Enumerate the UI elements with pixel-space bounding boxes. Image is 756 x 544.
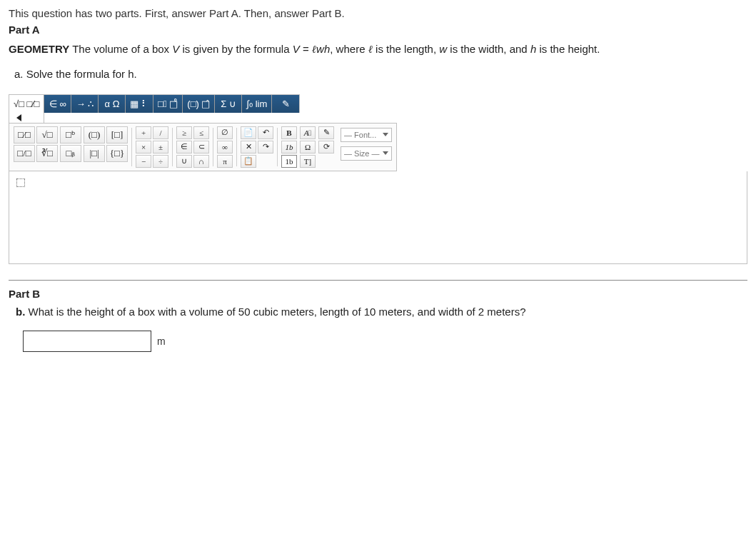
tab-scroll-left[interactable] xyxy=(9,113,44,123)
btn-bracket[interactable]: [□] xyxy=(106,126,128,143)
part-a-question: GEOMETRY The volume of a box V is given … xyxy=(9,41,747,58)
font-controls: — Font... — Size — xyxy=(341,128,392,161)
tab-logic[interactable]: → ∴ xyxy=(71,95,99,113)
btn-blank xyxy=(318,155,334,168)
q-text: The volume of a box xyxy=(69,43,172,55)
btn-superscript[interactable]: □ᵇ xyxy=(60,126,81,143)
btn-plus[interactable]: + xyxy=(136,126,151,139)
size-label: — Size — xyxy=(344,149,380,158)
btn-cut[interactable]: ✕ xyxy=(241,141,256,153)
tab-accent[interactable]: □ͫ □̊ xyxy=(153,95,183,113)
toolbar-separator xyxy=(213,128,213,166)
btn-undo[interactable]: ↶ xyxy=(258,126,273,139)
section-divider xyxy=(9,280,747,281)
editor-tabbar: √□ □⁄□ ∈ ∞ → ∴ α Ω ▦ ⠇ □ͫ □̊ (□) □̂ Σ ∪ … xyxy=(9,94,300,113)
eq-wh: wh xyxy=(316,43,330,55)
btn-brace[interactable]: {□} xyxy=(106,145,128,162)
btn-slash-frac[interactable]: □/□ xyxy=(14,145,35,162)
btn-intersect[interactable]: ∩ xyxy=(193,155,209,168)
btn-union[interactable]: ∪ xyxy=(176,155,192,168)
sub-text: . xyxy=(134,68,137,80)
btn-lte[interactable]: ≤ xyxy=(193,126,209,139)
var-h: h xyxy=(530,43,536,55)
btn-blank xyxy=(258,155,273,168)
question-intro: This question has two parts. First, answ… xyxy=(9,7,747,19)
var-w: w xyxy=(439,43,447,55)
btn-fraction[interactable]: □⁄□ xyxy=(14,126,35,143)
btn-elementof[interactable]: ∈ xyxy=(176,141,192,153)
tab-calculus[interactable]: ∫₀ lim xyxy=(242,95,272,113)
equation-placeholder xyxy=(16,178,25,187)
btn-gte[interactable]: ≥ xyxy=(176,126,192,139)
part-b-label: Part B xyxy=(9,288,747,300)
sub-var-h: h xyxy=(128,68,133,80)
btn-pen[interactable]: ✎ xyxy=(318,126,334,139)
q-text: is the width, and xyxy=(447,43,530,55)
tab-greek[interactable]: α Ω xyxy=(99,95,126,113)
tab-draw[interactable]: ✎ xyxy=(272,95,299,113)
equation-input-area[interactable] xyxy=(9,171,747,264)
sub-text: Solve the formula for xyxy=(24,68,128,80)
part-b-question: b. What is the height of a box with a vo… xyxy=(16,306,747,318)
caret-down-icon xyxy=(383,133,388,136)
size-dropdown[interactable]: — Size — xyxy=(341,146,392,161)
tab-sigma[interactable]: Σ ∪ xyxy=(215,95,242,113)
btn-box-1b[interactable]: 1b xyxy=(281,155,297,168)
tab-matrix[interactable]: ▦ ⠇ xyxy=(126,95,153,113)
tab-set[interactable]: ∈ ∞ xyxy=(44,95,71,113)
eq-v: V xyxy=(293,43,300,55)
sub-label: a. xyxy=(14,68,24,80)
btn-emptyset[interactable]: ∅ xyxy=(217,126,233,139)
toolbar-separator xyxy=(131,128,132,166)
equation-editor: √□ □⁄□ ∈ ∞ → ∴ α Ω ▦ ⠇ □ͫ □̊ (□) □̂ Σ ∪ … xyxy=(9,94,747,264)
part-b-text: What is the height of a box with a volum… xyxy=(25,306,525,318)
btn-divide[interactable]: ÷ xyxy=(153,155,168,168)
unit-label: m xyxy=(157,336,166,347)
btn-redo[interactable]: ↷ xyxy=(258,141,273,153)
var-v: V xyxy=(172,43,179,55)
height-input[interactable] xyxy=(23,331,151,352)
toolbar-separator xyxy=(172,128,173,166)
part-a-subquestion: a. Solve the formula for h. xyxy=(14,68,747,80)
btn-copy[interactable]: 📄 xyxy=(241,126,256,139)
btn-minus[interactable]: − xyxy=(136,155,151,168)
btn-infinity[interactable]: ∞ xyxy=(217,141,233,153)
btn-plusminus[interactable]: ± xyxy=(153,141,168,153)
q-text: is the height. xyxy=(536,43,600,55)
btn-subscript[interactable]: □ᵦ xyxy=(60,145,81,162)
tab-basic[interactable]: √□ □⁄□ xyxy=(9,95,44,113)
part-b-answer-row: m xyxy=(23,331,747,352)
caret-down-icon xyxy=(383,151,388,155)
part-a-label: Part A xyxy=(9,24,747,36)
toolbar-separator xyxy=(236,128,237,166)
topic-label: GEOMETRY xyxy=(9,43,69,55)
btn-times[interactable]: × xyxy=(136,141,151,153)
btn-refresh[interactable]: ⟳ xyxy=(318,141,334,153)
editor-toolbar: □⁄□ √□ □/□ ∛□ □ᵇ □ᵦ (□) [□] |□| {□} + / … xyxy=(9,123,397,171)
sub-label-b: b. xyxy=(16,306,25,318)
btn-omega-box[interactable]: Ω xyxy=(300,141,316,153)
btn-slash[interactable]: / xyxy=(153,126,168,139)
btn-bold[interactable]: B xyxy=(281,126,297,139)
q-text: , where xyxy=(330,43,368,55)
tab-bracket[interactable]: (□) □̂ xyxy=(183,95,215,113)
q-text: is the length, xyxy=(373,43,439,55)
btn-abs[interactable]: |□| xyxy=(84,145,105,162)
btn-paren[interactable]: (□) xyxy=(84,126,105,143)
font-dropdown[interactable]: — Font... xyxy=(341,128,392,142)
btn-text[interactable]: T] xyxy=(300,155,316,168)
btn-nroot[interactable]: ∛□ xyxy=(36,145,58,162)
btn-italic-color[interactable]: A͟ xyxy=(300,126,316,139)
btn-paste[interactable]: 📋 xyxy=(241,155,256,168)
btn-pi[interactable]: π xyxy=(217,155,233,168)
triangle-left-icon xyxy=(16,114,21,121)
btn-italic[interactable]: 1b xyxy=(281,141,297,153)
toolbar-separator xyxy=(277,128,278,166)
btn-subset[interactable]: ⊂ xyxy=(193,141,209,153)
font-label: — Font... xyxy=(344,131,376,139)
eq-equals: = xyxy=(300,43,312,55)
btn-sqrt[interactable]: √□ xyxy=(36,126,58,143)
q-text: is given by the formula xyxy=(179,43,292,55)
